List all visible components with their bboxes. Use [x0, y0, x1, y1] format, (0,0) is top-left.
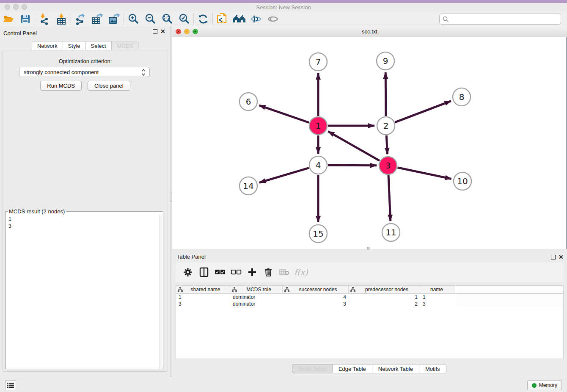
hide-graphics-details-icon[interactable] — [248, 13, 264, 25]
save-session-icon[interactable] — [17, 13, 34, 25]
open-session-icon[interactable] — [0, 13, 17, 25]
deselect-all-checkboxes-icon[interactable] — [229, 265, 243, 279]
column-header-name[interactable]: name — [420, 286, 455, 293]
export-image-icon[interactable] — [106, 13, 123, 25]
toolbar-separator — [124, 13, 124, 25]
table-cell[interactable]: 2 — [349, 301, 420, 307]
edge-3-1[interactable] — [328, 131, 380, 160]
tab-network[interactable]: Network — [32, 41, 63, 50]
export-table-icon[interactable] — [89, 13, 106, 25]
zoom-out-icon[interactable] — [142, 13, 159, 25]
criterion-dropdown[interactable]: strongly connected component — [19, 67, 150, 77]
split-columns-icon[interactable] — [197, 265, 211, 279]
show-graphics-details-icon[interactable] — [264, 13, 281, 25]
table-cell[interactable]: 1 — [420, 294, 455, 301]
column-header-predecessor-nodes[interactable]: predecessor nodes — [349, 286, 420, 293]
mcds-tab-content: Optimization criterion: strongly connect… — [3, 50, 168, 372]
network-window-titlebar[interactable]: ✕ − + scc.txt — [172, 26, 567, 37]
mcds-result-box: MCDS result (2 nodes) 1 3 — [6, 208, 163, 369]
delete-table-icon[interactable] — [277, 265, 292, 279]
edge-3-11[interactable] — [388, 175, 391, 221]
mcds-result-title: MCDS result (2 nodes) — [8, 208, 66, 215]
network-canvas[interactable]: 1234678910111415 — [172, 37, 567, 249]
node-table[interactable]: shared nameMCDS rolesuccessor nodesprede… — [176, 285, 564, 359]
edge-3-10[interactable] — [398, 168, 451, 179]
export-network-icon[interactable] — [72, 13, 89, 25]
tab-style[interactable]: Style — [63, 41, 86, 50]
column-header-successor-nodes[interactable]: successor nodes — [283, 286, 349, 293]
task-history-button[interactable] — [5, 380, 16, 390]
column-header-MCDS-role[interactable]: MCDS role — [230, 286, 283, 293]
zoom-fit-icon[interactable] — [159, 13, 176, 25]
status-bar: Memory — [0, 377, 567, 392]
clone-network-icon[interactable] — [214, 13, 231, 25]
import-table-icon[interactable] — [53, 13, 70, 25]
edge-4-3[interactable] — [328, 165, 377, 166]
table-cell[interactable]: 1 — [176, 294, 230, 301]
float-table-panel-icon[interactable] — [551, 255, 556, 259]
table-cell[interactable]: 3 — [420, 301, 455, 307]
mcds-result-lines: 1 3 — [6, 215, 14, 231]
home-layout-icon[interactable] — [231, 13, 248, 25]
select-all-checkboxes-icon[interactable] — [213, 265, 227, 279]
svg-text:14: 14 — [243, 181, 253, 191]
close-panel-icon[interactable]: ✕ — [160, 28, 165, 35]
graph-node-10[interactable]: 10 — [454, 172, 471, 190]
window-accent-strip — [0, 0, 567, 3]
tab-select[interactable]: Select — [86, 41, 112, 50]
graph-node-4[interactable]: 4 — [309, 156, 327, 174]
close-table-panel-icon[interactable]: ✕ — [559, 254, 564, 260]
tab-mcds[interactable]: MCDS — [112, 41, 139, 50]
table-settings-gear-icon[interactable] — [181, 265, 195, 279]
run-mcds-button[interactable]: Run MCDS — [40, 81, 82, 91]
edge-4-14[interactable] — [259, 168, 309, 183]
memory-button[interactable]: Memory — [527, 380, 562, 390]
graph-node-9[interactable]: 9 — [377, 52, 394, 70]
column-header-label: name — [420, 287, 455, 293]
graph-node-3[interactable]: 3 — [379, 157, 397, 174]
close-panel-button[interactable]: Close panel — [88, 81, 130, 91]
task-list-icon — [7, 382, 14, 388]
table-cell[interactable]: 1 — [349, 294, 420, 301]
zoom-in-icon[interactable] — [125, 13, 142, 25]
table-cell[interactable]: 3 — [283, 301, 349, 307]
float-panel-icon[interactable] — [153, 29, 157, 34]
edge-1-6[interactable] — [259, 105, 309, 123]
tab-node-table[interactable]: Node Table — [292, 364, 333, 373]
zoom-selected-icon[interactable] — [176, 13, 193, 25]
graph-node-11[interactable]: 11 — [382, 224, 400, 241]
node-table-header[interactable]: shared nameMCDS rolesuccessor nodesprede… — [176, 286, 563, 294]
delete-column-icon[interactable] — [261, 265, 275, 279]
edge-2-8[interactable] — [395, 101, 451, 122]
edge-2-3[interactable] — [386, 135, 387, 154]
table-cell[interactable]: 3 — [176, 301, 230, 307]
table-panel-title: Table Panel — [177, 254, 206, 260]
search-input[interactable] — [439, 14, 561, 25]
graph-node-2[interactable]: 2 — [377, 117, 395, 135]
table-panel: Table Panel ✕ f(x) — [171, 251, 567, 377]
refresh-network-icon[interactable] — [195, 13, 212, 25]
table-row[interactable]: 1dominator411 — [176, 294, 563, 301]
graph-node-6[interactable]: 6 — [239, 93, 257, 110]
function-builder-icon[interactable]: f(x) — [294, 268, 308, 277]
graph-node-15[interactable]: 15 — [309, 225, 327, 243]
table-cell[interactable]: dominator — [230, 301, 283, 307]
graph-node-8[interactable]: 8 — [453, 88, 471, 106]
tab-network-table[interactable]: Network Table — [372, 364, 419, 373]
tab-edge-table[interactable]: Edge Table — [333, 364, 372, 373]
graph-node-7[interactable]: 7 — [309, 53, 327, 71]
edge-2-9[interactable] — [385, 72, 386, 116]
column-header-shared-name[interactable]: shared name — [176, 286, 230, 293]
table-cell-filler — [455, 301, 563, 307]
svg-text:15: 15 — [313, 229, 323, 239]
import-network-icon[interactable] — [36, 13, 53, 25]
table-cell[interactable]: dominator — [230, 294, 283, 301]
tab-motifs[interactable]: Motifs — [419, 364, 446, 373]
graph-node-14[interactable]: 14 — [239, 177, 257, 195]
table-cell[interactable]: 4 — [283, 294, 349, 301]
graph-node-1[interactable]: 1 — [309, 117, 327, 135]
table-row[interactable]: 3dominator323 — [176, 301, 563, 307]
network-table-splitter-grip[interactable] — [367, 247, 370, 250]
add-column-icon[interactable] — [245, 265, 259, 279]
result-scrollbar[interactable] — [159, 215, 163, 369]
